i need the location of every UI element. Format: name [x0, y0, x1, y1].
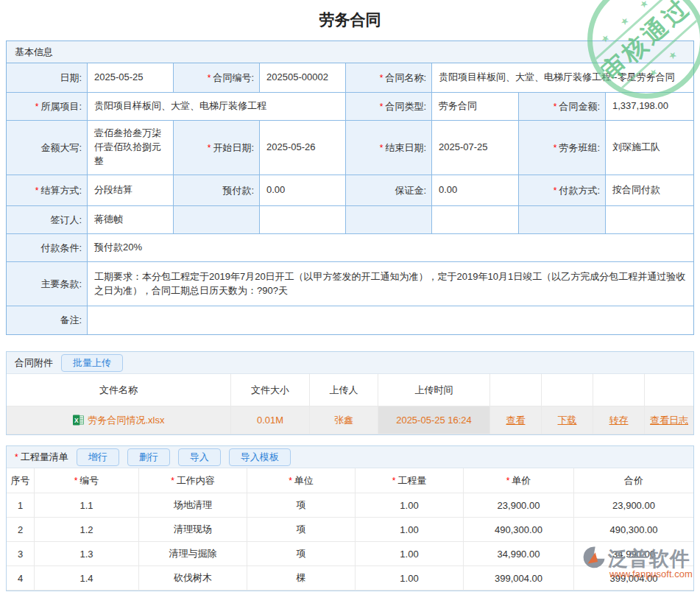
label-text: 合同编号:	[213, 71, 254, 85]
required-marker: *	[380, 143, 383, 153]
boq-cell-price: 34,990.00	[464, 542, 574, 566]
empty-cell	[260, 206, 346, 234]
boq-cell-sn: 3	[7, 542, 35, 566]
attachments-title: 合同附件	[15, 356, 53, 370]
boq-header: * 工程量清单 增行 删行 导入 导入模板	[7, 446, 693, 468]
required-marker: *	[506, 476, 510, 486]
delete-row-button[interactable]: 删行	[127, 448, 170, 466]
view-log-link[interactable]: 查看日志	[650, 414, 688, 427]
contract-name-value: 贵阳项目样板间、大堂、电梯厅装修工程--零星劳务合同	[432, 63, 693, 93]
value-text: 分段结算	[94, 183, 132, 197]
label-text: 签订人:	[50, 214, 82, 227]
boq-cell-sn: 4	[7, 566, 35, 591]
boq-cell-sn: 2	[7, 518, 35, 542]
boq-cell-content: 清理与掘除	[139, 542, 247, 566]
required-marker: *	[380, 73, 383, 83]
attachments-panel: 合同附件 批量上传 文件名称 文件大小 上传人 上传时间	[6, 351, 694, 435]
deposit-label: 保证金:	[346, 175, 432, 206]
payment-method-value: 按合同付款	[606, 175, 693, 206]
required-marker: *	[554, 102, 557, 112]
col-header-file-size: 文件大小	[231, 374, 310, 406]
attachments-table: 文件名称 文件大小 上传人 上传时间 X	[7, 374, 693, 434]
view-link[interactable]: 查看	[506, 414, 526, 427]
file-action-cell: 转存	[593, 406, 645, 434]
contract-type-value: 劳务合同	[432, 93, 519, 121]
boq-cell-code: 1.3	[35, 542, 139, 566]
value-text: 2025-07-25	[439, 141, 488, 155]
project-label: *所属项目:	[7, 93, 88, 121]
settlement-value: 分段结算	[88, 175, 174, 206]
contract-type-label: *合同类型:	[346, 93, 432, 121]
required-marker: *	[392, 476, 396, 486]
add-row-button[interactable]: 增行	[77, 448, 119, 466]
header-text: 序号	[11, 474, 30, 487]
empty-cell	[346, 206, 432, 234]
deposit-value: 0.00	[432, 175, 519, 206]
batch-upload-button[interactable]: 批量上传	[61, 354, 123, 372]
contract-no-label: *合同编号:	[174, 63, 260, 93]
required-marker: *	[74, 476, 78, 486]
boq-cell-price: 490,300.00	[464, 518, 574, 542]
col-header-empty	[542, 374, 593, 406]
start-date-label: *开始日期:	[174, 121, 260, 175]
start-date-value: 2025-05-26	[260, 121, 346, 175]
required-marker: *	[208, 143, 211, 153]
value-text: 劳务合同	[439, 99, 477, 113]
attachments-header: 合同附件 批量上传	[7, 352, 693, 374]
empty-cell	[606, 206, 693, 234]
file-size-cell: 0.01M	[231, 406, 310, 434]
boq-cell-total: 490,300.00	[574, 518, 693, 542]
boq-cell-unit: 项	[247, 518, 356, 542]
label-text: 备注:	[60, 314, 82, 327]
labor-team-value: 刘琛施工队	[606, 121, 693, 175]
boq-cell-qty: 1.00	[356, 566, 464, 591]
boq-cell-total: 23,900.00	[574, 493, 693, 518]
label-text: 合同名称:	[385, 71, 426, 85]
required-marker: *	[554, 186, 557, 196]
value-text: 2025-05-25	[94, 71, 144, 85]
page-title: 劳务合同	[0, 0, 700, 40]
save-as-link[interactable]: 转存	[609, 414, 629, 427]
import-template-button[interactable]: 导入模板	[229, 448, 291, 466]
boq-cell-content: 清理现场	[139, 518, 247, 542]
value-text: 刘琛施工队	[612, 141, 660, 155]
label-text: 合同类型:	[385, 100, 426, 113]
label-text: 结算方式:	[40, 184, 82, 197]
header-text: 单位	[294, 474, 314, 487]
required-marker: *	[289, 476, 292, 486]
basic-info-panel: 基本信息 日期: 2025-05-25 *合同编号: 202505-00002 …	[6, 40, 694, 335]
required-marker: *	[380, 102, 383, 112]
payment-method-label: *付款方式:	[519, 175, 606, 206]
file-name-link[interactable]: 劳务合同情况.xlsx	[88, 414, 165, 427]
date-label: 日期:	[7, 63, 88, 93]
import-button[interactable]: 导入	[178, 448, 221, 466]
download-link[interactable]: 下载	[558, 414, 577, 427]
amount-words-label: 金额大写:	[7, 121, 88, 175]
label-text: 金额大写:	[40, 141, 82, 155]
labor-team-label: *劳务班组:	[519, 121, 606, 175]
value-text: 202505-00002	[266, 71, 328, 85]
value-text: 贵阳项目样板间、大堂、电梯厅装修工程	[94, 99, 266, 113]
empty-cell	[174, 206, 260, 234]
payment-terms-value: 预付款20%	[88, 234, 693, 262]
col-header-qty: *工程量	[356, 468, 464, 493]
boq-cell-qty: 1.00	[356, 542, 464, 566]
col-header-unit: *单位	[247, 468, 356, 493]
required-marker: *	[15, 452, 18, 462]
col-header-content: *工作内容	[139, 468, 247, 493]
col-header-upload-time: 上传时间	[378, 374, 490, 406]
boq-cell-price: 23,900.00	[464, 493, 574, 518]
boq-cell-qty: 1.00	[356, 518, 464, 542]
label-text: 合同金额:	[559, 100, 600, 113]
boq-cell-code: 1.1	[35, 493, 139, 518]
required-marker: *	[35, 102, 39, 112]
prepayment-value: 0.00	[260, 175, 346, 206]
col-header-sn: 序号	[7, 468, 35, 493]
boq-cell-total: 399,004.00	[574, 566, 693, 591]
label-text: 日期:	[60, 71, 82, 85]
label-text: 开始日期:	[213, 141, 254, 155]
payment-terms-label: 付款条件:	[7, 234, 88, 262]
col-header-code: *编号	[35, 468, 139, 493]
value-text: 壹佰叁拾叁万柒仟壹佰玖拾捌元整	[94, 127, 166, 169]
header-text: 合价	[624, 474, 643, 487]
